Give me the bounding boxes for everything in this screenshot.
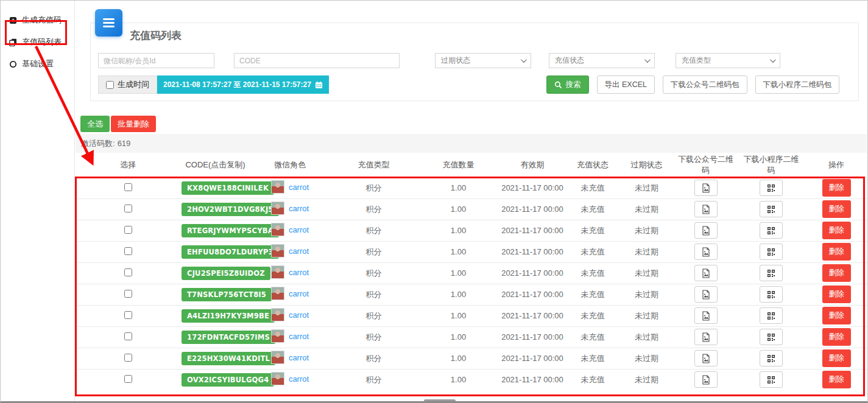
recharge-status-select[interactable]: 充值状态 bbox=[549, 53, 655, 68]
qr-code-icon bbox=[767, 248, 775, 256]
wechat-role-link[interactable]: carrot bbox=[289, 204, 309, 213]
download-mini-qr-button[interactable] bbox=[760, 307, 783, 324]
generate-time-checkbox[interactable] bbox=[106, 81, 114, 89]
expiry-cell: 2021-11-17 00:00 bbox=[499, 326, 566, 348]
wechat-role-link[interactable]: carrot bbox=[289, 310, 309, 320]
export-excel-button[interactable]: 导出 EXCEL bbox=[597, 75, 655, 94]
expiry-cell: 2021-11-17 00:00 bbox=[499, 220, 566, 241]
row-select-checkbox[interactable] bbox=[124, 205, 132, 212]
sidebar-item-generate-code[interactable]: 生成充值码 bbox=[1, 9, 74, 31]
code-badge[interactable]: T7NSKLP756TCT8I5 bbox=[182, 288, 272, 301]
wechat-role-link[interactable]: carrot bbox=[289, 332, 309, 341]
wechat-role-cell: carrot bbox=[271, 329, 309, 343]
expiry-cell: 2021-11-17 00:00 bbox=[499, 262, 566, 284]
wechat-role-link[interactable]: carrot bbox=[289, 225, 309, 234]
download-mp-qr-button[interactable] bbox=[694, 371, 718, 388]
sidebar-item-code-list[interactable]: 充值码列表 bbox=[1, 31, 74, 53]
code-badge[interactable]: 172FDNTACFD57IMS bbox=[182, 331, 275, 344]
avatar bbox=[271, 308, 284, 321]
wechat-role-link[interactable]: carrot bbox=[289, 353, 309, 362]
recharge-status-cell: 未充值 bbox=[566, 177, 619, 198]
expire-status-cell: 未过期 bbox=[619, 305, 674, 326]
row-select-checkbox[interactable] bbox=[124, 247, 132, 255]
download-mp-qr-button[interactable] bbox=[694, 201, 718, 217]
row-select-checkbox[interactable] bbox=[124, 311, 132, 319]
expire-status-cell: 未过期 bbox=[619, 241, 674, 262]
avatar bbox=[271, 265, 284, 279]
delete-button[interactable]: 删除 bbox=[822, 179, 851, 197]
delete-button[interactable]: 删除 bbox=[822, 307, 851, 324]
download-mp-qr-package-button[interactable]: 下载公众号二维码包 bbox=[663, 75, 747, 94]
row-select-checkbox[interactable] bbox=[124, 290, 132, 298]
wechat-role-link[interactable]: carrot bbox=[289, 247, 309, 256]
select-value: 充值状态 bbox=[555, 55, 584, 66]
download-mini-qr-button[interactable] bbox=[760, 222, 783, 239]
download-mp-qr-button[interactable] bbox=[694, 307, 718, 324]
download-mini-qr-button[interactable] bbox=[760, 201, 783, 217]
download-mini-qr-button[interactable] bbox=[760, 286, 783, 303]
wechat-role-link[interactable]: carrot bbox=[289, 268, 309, 277]
code-badge[interactable]: OVX2ICSYIBULGQG4 bbox=[182, 373, 274, 387]
download-mini-qr-button[interactable] bbox=[760, 180, 783, 196]
download-mp-qr-button[interactable] bbox=[694, 265, 718, 281]
download-mp-qr-button[interactable] bbox=[694, 286, 718, 303]
code-badge[interactable]: RTEGRJYWMYPSCYBA bbox=[182, 224, 279, 237]
code-table-body: KX8QWE188CINILEK carrot 积分 1.00 2021-11-… bbox=[76, 177, 868, 390]
download-mp-qr-button[interactable] bbox=[694, 329, 718, 345]
download-mini-qr-button[interactable] bbox=[760, 371, 783, 388]
row-select-checkbox[interactable] bbox=[124, 354, 132, 362]
avatar bbox=[271, 329, 284, 343]
delete-button[interactable]: 删除 bbox=[822, 243, 851, 261]
circle-icon bbox=[9, 60, 17, 68]
select-all-button[interactable]: 全选 bbox=[80, 116, 110, 132]
download-mp-qr-button[interactable] bbox=[694, 244, 718, 260]
code-input[interactable] bbox=[234, 53, 400, 68]
batch-delete-button[interactable]: 批量删除 bbox=[111, 116, 156, 132]
delete-button[interactable]: 删除 bbox=[822, 222, 851, 239]
collapse-menu-button[interactable] bbox=[95, 9, 122, 37]
amount-cell: 1.00 bbox=[418, 262, 499, 284]
member-id-input[interactable] bbox=[98, 53, 214, 68]
download-mini-qr-package-button[interactable]: 下载小程序二维码包 bbox=[755, 75, 840, 94]
search-button[interactable]: 搜索 bbox=[546, 75, 589, 94]
download-mini-qr-button[interactable] bbox=[760, 244, 783, 260]
recharge-status-cell: 未充值 bbox=[566, 326, 619, 348]
code-badge[interactable]: EHFUU8DO7LDURYP3 bbox=[182, 245, 279, 259]
code-badge[interactable]: 2HOV2WBT1DVG8KJ5 bbox=[182, 203, 279, 216]
horizontal-scrollbar-thumb[interactable] bbox=[424, 399, 456, 402]
delete-button[interactable]: 删除 bbox=[822, 286, 851, 303]
date-range-button[interactable]: 2021-11-08 17:57:27 至 2021-11-15 17:57:2… bbox=[157, 75, 329, 94]
amount-cell: 1.00 bbox=[418, 326, 499, 348]
delete-button[interactable]: 删除 bbox=[822, 371, 851, 388]
delete-button[interactable]: 删除 bbox=[822, 328, 851, 346]
avatar bbox=[271, 351, 284, 364]
download-mini-qr-button[interactable] bbox=[760, 350, 783, 366]
delete-button[interactable]: 删除 bbox=[822, 200, 851, 218]
download-mini-qr-button[interactable] bbox=[760, 265, 783, 281]
wechat-role-link[interactable]: carrot bbox=[289, 289, 309, 298]
wechat-role-link[interactable]: carrot bbox=[289, 183, 309, 192]
expire-status-cell: 未过期 bbox=[619, 177, 674, 198]
wechat-role-link[interactable]: carrot bbox=[289, 374, 309, 384]
row-select-checkbox[interactable] bbox=[124, 332, 132, 340]
avatar bbox=[271, 223, 284, 236]
download-mp-qr-button[interactable] bbox=[694, 350, 718, 366]
delete-button[interactable]: 删除 bbox=[822, 349, 851, 367]
expire-status-select[interactable]: 过期状态 bbox=[435, 53, 531, 68]
recharge-type-select[interactable]: 充值类型 bbox=[676, 53, 780, 68]
recharge-status-cell: 未充值 bbox=[566, 348, 619, 369]
code-badge[interactable]: E225HX30W41KDITL bbox=[182, 352, 275, 365]
download-mini-qr-button[interactable] bbox=[760, 329, 783, 345]
expire-status-cell: 未过期 bbox=[619, 348, 674, 369]
row-select-checkbox[interactable] bbox=[124, 226, 132, 234]
code-badge[interactable]: KX8QWE188CINILEK bbox=[182, 181, 274, 195]
sidebar-item-basic-settings[interactable]: 基础设置 bbox=[1, 53, 74, 75]
code-badge[interactable]: CJU2SPEI5Z8UIDOZ bbox=[182, 267, 270, 280]
download-mp-qr-button[interactable] bbox=[694, 180, 718, 196]
delete-button[interactable]: 删除 bbox=[822, 264, 851, 282]
row-select-checkbox[interactable] bbox=[124, 375, 132, 383]
row-select-checkbox[interactable] bbox=[124, 268, 132, 276]
row-select-checkbox[interactable] bbox=[124, 183, 132, 191]
code-badge[interactable]: A4LZI19H7KY3M9BE bbox=[182, 309, 275, 323]
download-mp-qr-button[interactable] bbox=[694, 222, 718, 239]
